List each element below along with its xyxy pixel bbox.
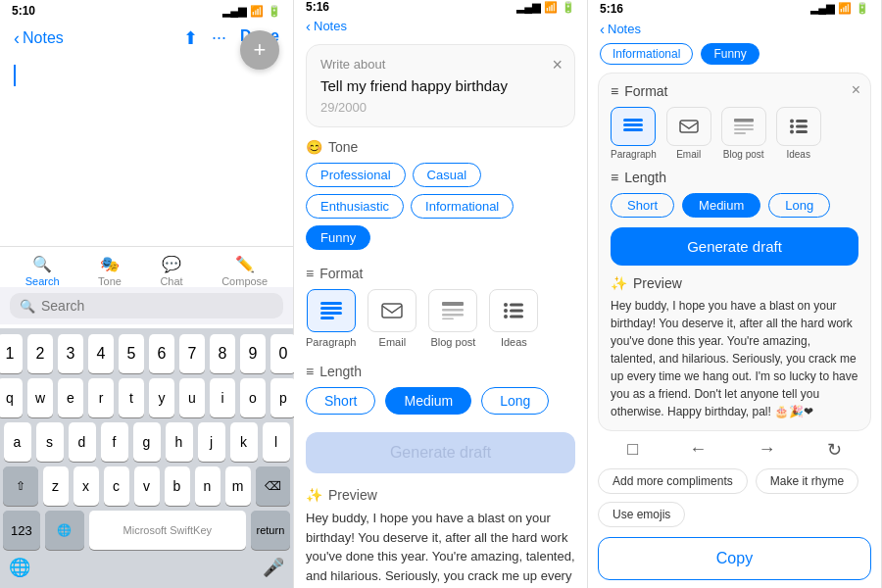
key-1[interactable]: 1 <box>0 334 23 373</box>
format-email[interactable]: Email <box>368 289 416 348</box>
key-g[interactable]: g <box>133 422 161 462</box>
key-7[interactable]: 7 <box>179 334 205 373</box>
tab-compose[interactable]: ✏️ Compose <box>221 255 268 287</box>
length-medium[interactable]: Medium <box>385 387 471 415</box>
key-5[interactable]: 5 <box>119 334 144 373</box>
p3-navigation-icons: □ ← → ↻ <box>588 431 881 468</box>
p3-length-medium[interactable]: Medium <box>682 193 760 218</box>
search-tab-icon: 🔍 <box>32 255 52 273</box>
p3-format-paragraph[interactable]: Paragraph <box>611 107 657 160</box>
key-b[interactable]: b <box>165 466 190 506</box>
key-globe[interactable]: 🌐 <box>45 511 84 550</box>
tag-enthusiastic[interactable]: Enthusiastic <box>306 194 404 219</box>
p3-format-ideas[interactable]: Ideas <box>776 107 821 160</box>
card-close-button[interactable]: × <box>552 55 563 75</box>
status-bar-2: 5:16 ▂▄▆ 📶 🔋 <box>294 0 587 14</box>
key-return[interactable]: return <box>251 511 290 550</box>
copy-box-icon[interactable]: □ <box>627 439 638 461</box>
tag-funny[interactable]: Funny <box>306 225 370 250</box>
key-p[interactable]: p <box>270 378 296 417</box>
key-0[interactable]: 0 <box>270 334 296 373</box>
key-l[interactable]: l <box>263 422 290 462</box>
length-long[interactable]: Long <box>481 387 549 415</box>
write-about-card: Write about Tell my friend happy birthda… <box>306 44 575 127</box>
key-2[interactable]: 2 <box>27 334 53 373</box>
add-compliments-button[interactable]: Add more compliments <box>598 468 748 494</box>
tag-casual[interactable]: Casual <box>413 163 481 187</box>
key-4[interactable]: 4 <box>88 334 114 373</box>
key-backspace[interactable]: ⌫ <box>256 466 291 506</box>
back-arrow-icon[interactable]: ← <box>689 439 707 461</box>
card-close-button-3[interactable]: × <box>852 81 860 99</box>
p3-ideas-box <box>776 107 821 146</box>
key-8[interactable]: 8 <box>210 334 235 373</box>
back-label-2[interactable]: Notes <box>314 19 347 33</box>
share-icon[interactable]: ⬆ <box>183 27 198 49</box>
use-emojis-button[interactable]: Use emojis <box>598 502 685 527</box>
tab-chat[interactable]: 💬 Chat <box>160 255 182 287</box>
key-d[interactable]: d <box>69 422 96 462</box>
make-it-rhyme-button[interactable]: Make it rhyme <box>756 468 858 494</box>
tag-informational-3[interactable]: Informational <box>600 43 693 65</box>
more-icon[interactable]: ··· <box>212 27 226 49</box>
fab-button[interactable]: + <box>240 30 279 70</box>
content-text[interactable]: Tell my friend happy birthday <box>320 77 561 94</box>
key-9[interactable]: 9 <box>240 334 266 373</box>
key-y[interactable]: y <box>149 378 174 417</box>
key-s[interactable]: s <box>36 422 64 462</box>
key-k[interactable]: k <box>230 422 258 462</box>
key-o[interactable]: o <box>240 378 266 417</box>
p3-format-blogpost[interactable]: Blog post <box>721 107 766 160</box>
tab-tone[interactable]: 🎭 Tone <box>98 255 122 287</box>
key-x[interactable]: x <box>74 466 99 506</box>
microphone-icon[interactable]: 🎤 <box>263 557 284 578</box>
search-input[interactable] <box>41 298 273 314</box>
p3-length-long[interactable]: Long <box>768 193 830 218</box>
format-blogpost[interactable]: Blog post <box>428 289 477 348</box>
key-v[interactable]: v <box>134 466 160 506</box>
key-c[interactable]: c <box>104 466 129 506</box>
tag-professional[interactable]: Professional <box>306 163 406 187</box>
svg-rect-8 <box>442 318 454 320</box>
key-i[interactable]: i <box>210 378 235 417</box>
key-num[interactable]: 123 <box>3 511 40 550</box>
email-box <box>368 289 416 332</box>
svg-point-25 <box>790 124 794 128</box>
forward-arrow-icon[interactable]: → <box>759 439 776 461</box>
p3-format-email[interactable]: Email <box>666 107 711 160</box>
back-button-1[interactable]: ‹ Notes <box>14 28 64 49</box>
key-u[interactable]: u <box>179 378 205 417</box>
tab-search[interactable]: 🔍 Search <box>25 255 60 287</box>
p3-preview-section: ✨ Preview Hey buddy, I hope you have a b… <box>611 275 858 420</box>
generate-draft-button[interactable]: Generate draft <box>611 227 858 266</box>
copy-button[interactable]: Copy <box>598 537 871 580</box>
length-short[interactable]: Short <box>306 387 375 415</box>
refresh-icon[interactable]: ↻ <box>827 439 842 461</box>
p3-length-short[interactable]: Short <box>611 193 674 218</box>
compose-tab-icon: ✏️ <box>235 255 255 273</box>
preview-text-2: Hey buddy, I hope you have a blast on yo… <box>306 509 575 588</box>
key-z[interactable]: z <box>43 466 69 506</box>
key-shift[interactable]: ⇧ <box>3 466 38 506</box>
key-space[interactable]: Microsoft SwiftKey <box>89 511 246 550</box>
key-3[interactable]: 3 <box>58 334 83 373</box>
key-6[interactable]: 6 <box>149 334 174 373</box>
tag-funny-3[interactable]: Funny <box>701 43 759 65</box>
key-h[interactable]: h <box>166 422 193 462</box>
key-q[interactable]: q <box>0 378 23 417</box>
back-label-3[interactable]: Notes <box>608 22 641 36</box>
generate-draft-button-disabled[interactable]: Generate draft <box>306 432 575 473</box>
key-m[interactable]: m <box>225 466 251 506</box>
format-paragraph[interactable]: Paragraph <box>306 289 356 348</box>
keyboard-globe-icon[interactable]: 🌐 <box>9 557 30 578</box>
key-w[interactable]: w <box>27 378 53 417</box>
format-ideas[interactable]: Ideas <box>489 289 538 348</box>
tag-informational[interactable]: Informational <box>411 194 514 219</box>
key-t[interactable]: t <box>119 378 144 417</box>
key-n[interactable]: n <box>195 466 220 506</box>
key-a[interactable]: a <box>4 422 31 462</box>
key-r[interactable]: r <box>88 378 114 417</box>
key-f[interactable]: f <box>101 422 128 462</box>
key-e[interactable]: e <box>58 378 83 417</box>
key-j[interactable]: j <box>198 422 225 462</box>
